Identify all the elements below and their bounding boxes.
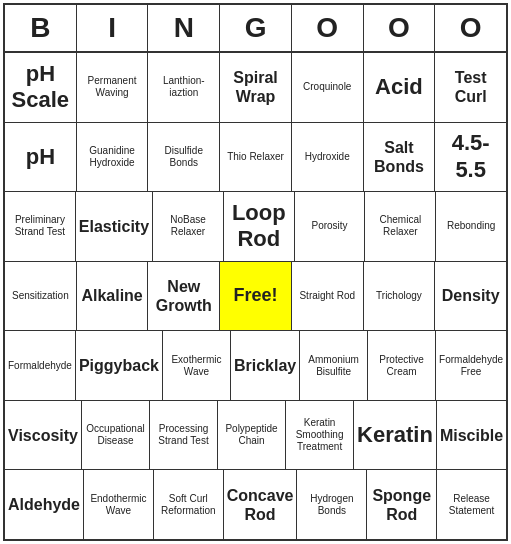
header-letter-O: O — [364, 5, 436, 51]
bingo-cell-2-6: Rebonding — [436, 192, 506, 261]
bingo-cell-6-4: Hydrogen Bonds — [297, 470, 367, 539]
bingo-cell-5-6: Miscible — [437, 401, 506, 470]
bingo-cell-1-4: Hydroxide — [292, 123, 364, 192]
bingo-row-0: pH ScalePermanent WavingLanthion-iaztion… — [5, 53, 506, 123]
bingo-cell-0-2: Lanthion-iaztion — [148, 53, 220, 122]
bingo-cell-2-2: NoBase Relaxer — [153, 192, 224, 261]
bingo-header: BINGOOO — [5, 5, 506, 53]
bingo-cell-2-4: Porosity — [295, 192, 366, 261]
bingo-body: pH ScalePermanent WavingLanthion-iaztion… — [5, 53, 506, 539]
bingo-row-2: Preliminary Strand TestElasticityNoBase … — [5, 192, 506, 262]
bingo-row-1: pHGuanidine HydroxideDisulfide BondsThio… — [5, 123, 506, 193]
bingo-cell-4-2: Exothermic Wave — [163, 331, 231, 400]
bingo-cell-2-0: Preliminary Strand Test — [5, 192, 76, 261]
header-letter-G: G — [220, 5, 292, 51]
bingo-cell-4-1: Piggyback — [76, 331, 163, 400]
header-letter-N: N — [148, 5, 220, 51]
bingo-cell-0-3: Spiral Wrap — [220, 53, 292, 122]
bingo-cell-1-3: Thio Relaxer — [220, 123, 292, 192]
bingo-cell-6-2: Soft Curl Reformation — [154, 470, 224, 539]
header-letter-I: I — [77, 5, 149, 51]
bingo-cell-5-1: Occupational Disease — [82, 401, 150, 470]
bingo-cell-1-6: 4.5-5.5 — [435, 123, 506, 192]
bingo-cell-5-3: Polypeptide Chain — [218, 401, 286, 470]
bingo-cell-3-0: Sensitization — [5, 262, 77, 331]
bingo-cell-1-2: Disulfide Bonds — [148, 123, 220, 192]
bingo-cell-0-1: Permanent Waving — [77, 53, 149, 122]
bingo-cell-3-4: Straight Rod — [292, 262, 364, 331]
bingo-cell-6-1: Endothermic Wave — [84, 470, 154, 539]
bingo-cell-4-0: Formaldehyde — [5, 331, 76, 400]
bingo-cell-6-0: Aldehyde — [5, 470, 84, 539]
bingo-cell-1-1: Guanidine Hydroxide — [77, 123, 149, 192]
bingo-cell-6-6: Release Statement — [437, 470, 506, 539]
bingo-cell-4-6: Formaldehyde Free — [436, 331, 506, 400]
bingo-cell-1-0: pH — [5, 123, 77, 192]
bingo-cell-4-3: Bricklay — [231, 331, 300, 400]
bingo-cell-0-0: pH Scale — [5, 53, 77, 122]
bingo-cell-2-1: Elasticity — [76, 192, 153, 261]
bingo-cell-1-5: Salt Bonds — [364, 123, 436, 192]
bingo-cell-3-6: Density — [435, 262, 506, 331]
bingo-row-4: FormaldehydePiggybackExothermic WaveBric… — [5, 331, 506, 401]
bingo-cell-3-2: New Growth — [148, 262, 220, 331]
bingo-cell-5-5: Keratin — [354, 401, 437, 470]
bingo-cell-5-2: Processing Strand Test — [150, 401, 218, 470]
bingo-cell-4-5: Protective Cream — [368, 331, 436, 400]
bingo-cell-2-5: Chemical Relaxer — [365, 192, 436, 261]
header-letter-O: O — [292, 5, 364, 51]
bingo-cell-4-4: Ammonium Bisulfite — [300, 331, 368, 400]
bingo-cell-6-3: Concave Rod — [224, 470, 298, 539]
bingo-row-6: AldehydeEndothermic WaveSoft Curl Reform… — [5, 470, 506, 539]
bingo-cell-0-4: Croquinole — [292, 53, 364, 122]
bingo-cell-5-0: Viscosity — [5, 401, 82, 470]
bingo-cell-3-1: Alkaline — [77, 262, 149, 331]
bingo-cell-0-6: Test Curl — [435, 53, 506, 122]
bingo-cell-3-5: Trichology — [364, 262, 436, 331]
bingo-cell-0-5: Acid — [364, 53, 436, 122]
bingo-cell-3-3: Free! — [220, 262, 292, 331]
bingo-card: BINGOOO pH ScalePermanent WavingLanthion… — [3, 3, 508, 541]
bingo-row-3: SensitizationAlkalineNew GrowthFree!Stra… — [5, 262, 506, 332]
bingo-row-5: ViscosityOccupational DiseaseProcessing … — [5, 401, 506, 471]
header-letter-O: O — [435, 5, 506, 51]
bingo-cell-6-5: Sponge Rod — [367, 470, 437, 539]
bingo-cell-2-3: Loop Rod — [224, 192, 295, 261]
bingo-cell-5-4: Keratin Smoothing Treatment — [286, 401, 354, 470]
header-letter-B: B — [5, 5, 77, 51]
